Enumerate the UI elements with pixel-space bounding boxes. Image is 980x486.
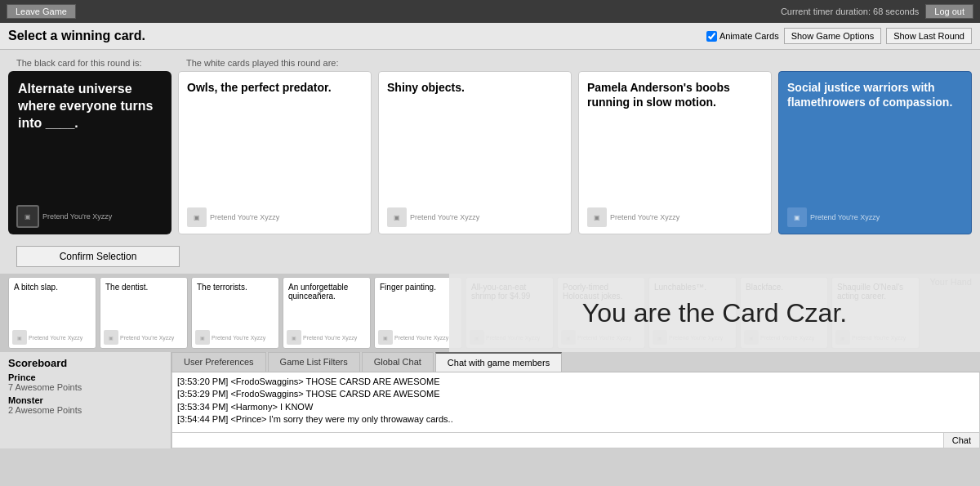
white-card-3[interactable]: Social justice warriors with flamethrowe… — [778, 71, 972, 234]
white-card-0-logo: ▣ — [187, 207, 207, 227]
hand-card-9-footer-text: Pretend You're Xyzzy — [852, 335, 906, 341]
confirm-area: Confirm Selection — [0, 239, 980, 274]
tab-global-chat[interactable]: Global Chat — [362, 352, 434, 372]
hand-card-9-text: Shaquille O'Neal's acting career. — [837, 283, 914, 301]
hand-area: Your Hand A bitch slap. ▣ Pretend You're… — [0, 274, 980, 352]
hand-card-1-footer: ▣ Pretend You're Xyzzy — [104, 330, 174, 345]
white-card-0-text: Owls, the perfect predator. — [187, 80, 363, 95]
cards-row: Alternate universe where everyone turns … — [8, 71, 972, 234]
tab-user-preferences[interactable]: User Preferences — [172, 352, 266, 372]
black-card-text: Alternate universe where everyone turns … — [18, 81, 162, 132]
hand-card-7[interactable]: Lunchables™. ▣ Pretend You're Xyzzy — [648, 277, 737, 349]
top-bar: Leave Game Current timer duration: 68 se… — [0, 0, 980, 23]
hand-card-8-text: Blackface. — [746, 283, 822, 292]
white-card-2-footer-text: Pretend You're Xyzzy — [610, 213, 679, 221]
white-card-0-footer: ▣ Pretend You're Xyzzy — [187, 207, 279, 227]
logout-button[interactable]: Log out — [925, 4, 973, 19]
white-card-0-logo-icon: ▣ — [194, 214, 200, 221]
chat-messages: [3:53:20 PM] <FrodoSwaggins> THOSE CARSD… — [172, 372, 980, 433]
chat-message-0: [3:53:20 PM] <FrodoSwaggins> THOSE CARSD… — [177, 376, 974, 388]
black-card-footer-text: Pretend You're Xyzzy — [42, 212, 112, 221]
chat-message-2: [3:53:34 PM] <Harmony> I KNOW — [177, 401, 974, 413]
black-card-footer: ▣ Pretend You're Xyzzy — [16, 205, 112, 228]
black-card-logo-icon: ▣ — [24, 213, 31, 221]
hand-card-9[interactable]: Shaquille O'Neal's acting career. ▣ Pret… — [831, 277, 920, 349]
score-player-0-name: Prince — [8, 372, 163, 382]
hand-card-2-footer-text: Pretend You're Xyzzy — [212, 335, 265, 341]
hand-card-7-footer: ▣ Pretend You're Xyzzy — [653, 330, 723, 345]
page-title: Select a winning card. — [8, 29, 145, 43]
hand-card-0-footer: ▣ Pretend You're Xyzzy — [12, 330, 82, 345]
black-card-label: The black card for this round is: — [16, 58, 180, 68]
hand-card-3[interactable]: An unforgettable quinceañera. ▣ Pretend … — [283, 277, 371, 349]
chat-message-3: [3:54:44 PM] <Prince> I'm sorry they wer… — [177, 413, 974, 426]
hand-card-6-footer-text: Pretend You're Xyzzy — [577, 335, 631, 341]
show-last-round-button[interactable]: Show Last Round — [886, 28, 972, 44]
chat-panel: User Preferences Game List Filters Globa… — [172, 352, 980, 448]
hand-card-5-logo: ▣ — [470, 330, 484, 345]
hand-card-3-text: An unforgettable quinceañera. — [288, 283, 365, 301]
score-player-0-points: 7 Awesome Points — [8, 382, 163, 392]
confirm-selection-button[interactable]: Confirm Selection — [16, 246, 180, 267]
white-card-3-logo: ▣ — [787, 207, 807, 227]
white-card-1-text: Shiny objects. — [387, 80, 563, 95]
white-card-1-footer-text: Pretend You're Xyzzy — [410, 213, 479, 221]
hand-card-8-logo: ▣ — [744, 330, 759, 345]
white-card-1-logo: ▣ — [387, 207, 407, 227]
chat-tabs: User Preferences Game List Filters Globa… — [172, 352, 980, 372]
white-card-2-text: Pamela Anderson's boobs running in slow … — [587, 80, 763, 109]
hand-card-5-footer: ▣ Pretend You're Xyzzy — [470, 330, 540, 345]
animate-cards-label[interactable]: Animate Cards — [706, 31, 779, 42]
chat-send-button[interactable]: Chat — [943, 433, 979, 448]
tab-game-chat[interactable]: Chat with game members — [435, 352, 562, 372]
white-card-label: The white cards played this round are: — [186, 58, 964, 68]
hand-card-9-logo: ▣ — [835, 330, 850, 345]
hand-card-0-footer-text: Pretend You're Xyzzy — [29, 335, 82, 341]
white-card-2[interactable]: Pamela Anderson's boobs running in slow … — [578, 71, 772, 234]
chat-message-1: [3:53:29 PM] <FrodoSwaggins> THOSE CARSD… — [177, 388, 974, 400]
hand-card-1[interactable]: The dentist. ▣ Pretend You're Xyzzy — [100, 277, 188, 349]
animate-cards-checkbox[interactable] — [706, 31, 717, 42]
leave-game-button[interactable]: Leave Game — [7, 4, 76, 19]
bottom-panel: Scoreboard Prince 7 Awesome Points Monst… — [0, 352, 980, 448]
white-card-3-footer: ▣ Pretend You're Xyzzy — [787, 207, 880, 227]
hand-card-6[interactable]: Poorly-timed Holocaust jokes. ▣ Pretend … — [557, 277, 645, 349]
white-card-3-text: Social justice warriors with flamethrowe… — [787, 80, 963, 109]
tab-game-list-filters[interactable]: Game List Filters — [268, 352, 360, 372]
white-card-1[interactable]: Shiny objects. ▣ Pretend You're Xyzzy — [378, 71, 572, 234]
hand-card-3-logo: ▣ — [287, 330, 301, 345]
white-card-2-logo-icon: ▣ — [594, 214, 600, 221]
hand-card-2[interactable]: The terrorists. ▣ Pretend You're Xyzzy — [191, 277, 279, 349]
header-controls: Animate Cards Show Game Options Show Las… — [706, 28, 972, 44]
white-card-1-logo-icon: ▣ — [394, 214, 400, 221]
hand-card-6-logo: ▣ — [561, 330, 576, 345]
white-card-3-logo-icon: ▣ — [794, 214, 800, 221]
chat-input[interactable] — [172, 433, 943, 448]
hand-card-8[interactable]: Blackface. ▣ Pretend You're Xyzzy — [740, 277, 828, 349]
hand-card-5-footer-text: Pretend You're Xyzzy — [486, 335, 540, 341]
white-card-1-footer: ▣ Pretend You're Xyzzy — [387, 207, 479, 227]
hand-card-1-text: The dentist. — [105, 283, 182, 292]
hand-card-0[interactable]: A bitch slap. ▣ Pretend You're Xyzzy — [8, 277, 96, 349]
timer-text: Current timer duration: 68 seconds — [781, 7, 919, 16]
hand-card-7-logo: ▣ — [653, 330, 667, 345]
show-game-options-button[interactable]: Show Game Options — [784, 28, 882, 44]
hand-card-5[interactable]: All-you-can-eat shrimp for $4.99 ▣ Prete… — [466, 277, 554, 349]
hand-card-1-logo: ▣ — [104, 330, 118, 345]
hand-card-2-text: The terrorists. — [197, 283, 274, 292]
hand-card-6-text: Poorly-timed Holocaust jokes. — [563, 283, 639, 301]
white-card-2-logo: ▣ — [587, 207, 607, 227]
hand-card-8-footer-text: Pretend You're Xyzzy — [760, 335, 814, 341]
score-player-1: Monster 2 Awesome Points — [8, 395, 163, 415]
hand-card-3-footer-text: Pretend You're Xyzzy — [303, 335, 357, 341]
score-player-1-name: Monster — [8, 395, 163, 405]
score-player-1-points: 2 Awesome Points — [8, 405, 163, 415]
hand-card-4-logo: ▣ — [378, 330, 393, 345]
hand-card-4-footer: ▣ Pretend You're Xyzzy — [378, 330, 448, 345]
score-player-0: Prince 7 Awesome Points — [8, 372, 163, 392]
hand-card-9-footer: ▣ Pretend You're Xyzzy — [835, 330, 906, 345]
scoreboard: Scoreboard Prince 7 Awesome Points Monst… — [0, 352, 172, 448]
white-card-0[interactable]: Owls, the perfect predator. ▣ Pretend Yo… — [178, 71, 372, 234]
hand-card-4[interactable]: Finger painting. ▣ Pretend You're Xyzzy — [374, 277, 462, 349]
hand-label: Your Hand — [929, 277, 972, 287]
